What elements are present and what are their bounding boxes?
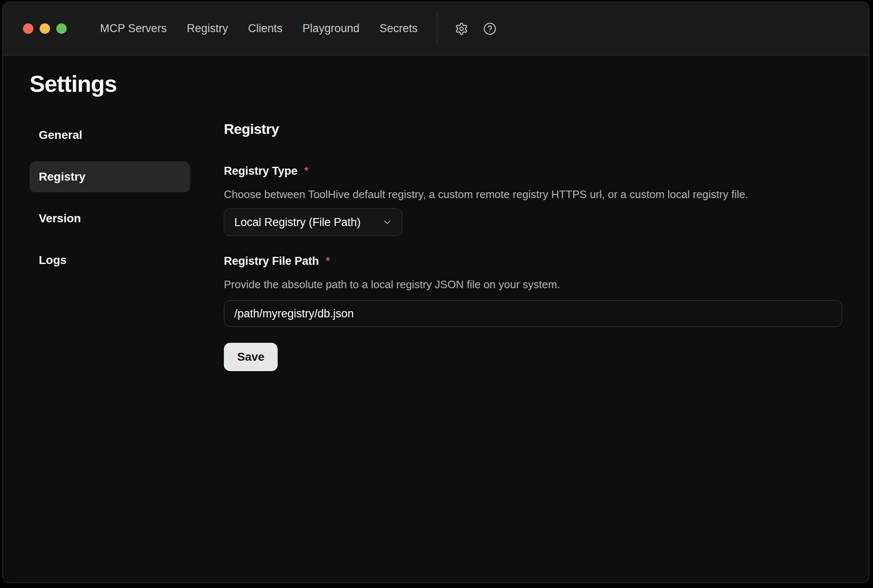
save-button[interactable]: Save — [224, 343, 278, 371]
help-circle-icon — [483, 22, 497, 35]
registry-file-path-input[interactable] — [224, 300, 842, 327]
registry-file-path-description: Provide the absolute path to a local reg… — [224, 277, 842, 291]
nav-registry[interactable]: Registry — [187, 22, 228, 35]
nav-mcp-servers[interactable]: MCP Servers — [100, 22, 167, 35]
registry-file-path-label-row: Registry File Path * — [224, 254, 842, 268]
sidebar-item-version[interactable]: Version — [30, 203, 190, 234]
registry-type-select[interactable]: Local Registry (File Path) — [224, 209, 402, 236]
window-controls — [23, 23, 67, 34]
titlebar: MCP Servers Registry Clients Playground … — [3, 2, 869, 55]
required-marker: * — [326, 254, 330, 268]
sidebar-item-general[interactable]: General — [30, 120, 190, 151]
sidebar-item-registry[interactable]: Registry — [30, 161, 190, 192]
required-marker: * — [304, 164, 309, 178]
settings-layout: General Registry Version Logs Registry R… — [30, 120, 869, 371]
close-button[interactable] — [23, 23, 33, 34]
minimize-button[interactable] — [40, 23, 50, 34]
section-title: Registry — [224, 120, 842, 138]
registry-type-description: Choose between ToolHive default registry… — [224, 187, 842, 201]
nav-clients[interactable]: Clients — [248, 22, 283, 35]
app-window: MCP Servers Registry Clients Playground … — [3, 2, 869, 583]
screenshot-root: { "titlebar": { "window_controls": ["clo… — [0, 0, 873, 588]
registry-settings-panel: Registry Registry Type * Choose between … — [224, 120, 842, 371]
sidebar-item-logs[interactable]: Logs — [30, 245, 190, 276]
top-navigation: MCP Servers Registry Clients Playground … — [100, 22, 418, 35]
help-button[interactable] — [483, 22, 497, 35]
settings-gear-button[interactable] — [455, 22, 468, 35]
nav-secrets[interactable]: Secrets — [379, 22, 418, 35]
page-title: Settings — [30, 70, 869, 97]
registry-type-label-row: Registry Type * — [224, 164, 842, 178]
settings-sidebar: General Registry Version Logs — [30, 120, 190, 276]
maximize-button[interactable] — [56, 23, 67, 34]
registry-type-selected-value: Local Registry (File Path) — [234, 216, 361, 229]
titlebar-divider — [437, 13, 437, 45]
chevron-down-icon — [382, 217, 393, 228]
settings-page: Settings General Registry Version Logs R… — [3, 55, 869, 371]
registry-file-path-label: Registry File Path — [224, 254, 319, 268]
registry-type-label: Registry Type — [224, 164, 298, 178]
nav-playground[interactable]: Playground — [303, 22, 360, 35]
gear-icon — [455, 22, 468, 35]
